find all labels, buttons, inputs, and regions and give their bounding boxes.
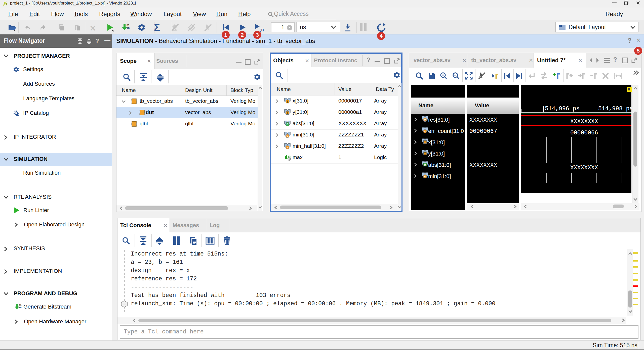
svg-text:v: v [424, 118, 426, 121]
svg-text:v: v [424, 130, 426, 133]
svg-text:01: 01 [127, 24, 130, 27]
svg-text:v: v [424, 175, 426, 178]
svg-text:(T): (T) [260, 28, 264, 32]
svg-text:0: 0 [424, 163, 426, 167]
svg-text:0: 0 [287, 123, 288, 126]
svg-text:v: v [287, 134, 288, 137]
svg-text:10: 10 [127, 27, 130, 30]
svg-text:10: 10 [19, 306, 22, 309]
svg-text:01: 01 [19, 304, 22, 306]
svg-text:v: v [287, 146, 288, 149]
